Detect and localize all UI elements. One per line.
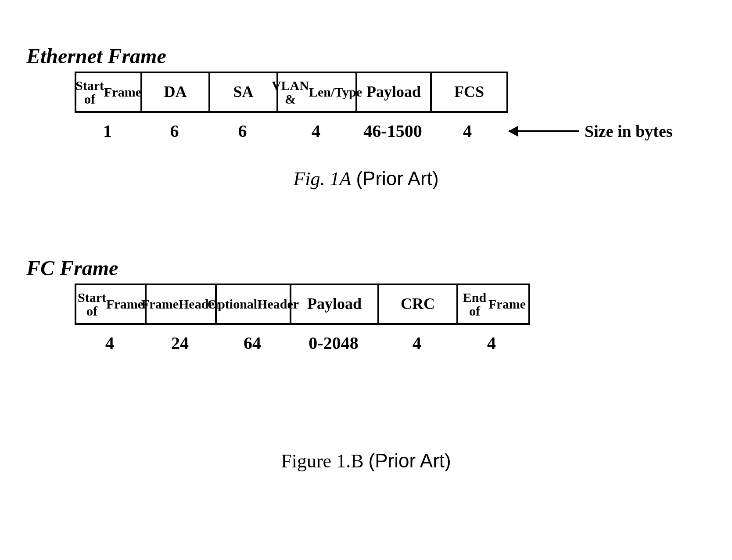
ethernet-size-note: Size in bytes — [585, 122, 673, 141]
ethernet-size-0: 1 — [75, 121, 140, 141]
fc-sizes-row: 424640-204844 — [75, 333, 706, 353]
ethernet-field-4: Payload — [357, 73, 432, 111]
fc-field-1: FrameHeader — [147, 285, 217, 323]
ethernet-size-2: 6 — [208, 121, 276, 141]
fc-title: FC Frame — [26, 256, 706, 280]
fc-size-3: 0-2048 — [290, 333, 377, 353]
fc-frame-row: Start ofFrameFrameHeaderOptionalHeaderPa… — [75, 284, 706, 325]
ethernet-size-note-group: Size in bytes — [509, 122, 673, 141]
ethernet-field-3: VLAN &Len/Type — [278, 73, 357, 111]
page: Ethernet Frame Start ofFrameDASAVLAN &Le… — [0, 0, 732, 560]
fc-caption: Figure 1.B (Prior Art) — [26, 450, 706, 472]
fc-size-0: 4 — [75, 333, 145, 353]
ethernet-sizes-row: 166446-15004Size in bytes — [75, 121, 706, 141]
ethernet-field-0: Start ofFrame — [76, 73, 142, 111]
fc-size-5: 4 — [456, 333, 527, 353]
fc-caption-num: 1.B — [336, 450, 363, 472]
fc-frame-table: Start ofFrameFrameHeaderOptionalHeaderPa… — [75, 284, 530, 325]
fc-caption-prefix: Figure — [281, 450, 331, 472]
ethernet-title: Ethernet Frame — [26, 44, 706, 68]
ethernet-frame-row: Start ofFrameDASAVLAN &Len/TypePayloadFC… — [75, 72, 706, 113]
ethernet-frame-table: Start ofFrameDASAVLAN &Len/TypePayloadFC… — [75, 72, 508, 113]
ethernet-field-5: FCS — [432, 73, 506, 111]
fc-block: FC Frame Start ofFrameFrameHeaderOptiona… — [26, 256, 706, 472]
fc-field-2: OptionalHeader — [217, 285, 291, 323]
ethernet-caption-suffix: (Prior Art) — [356, 168, 438, 189]
ethernet-field-2: SA — [210, 73, 278, 111]
fc-size-2: 64 — [215, 333, 290, 353]
ethernet-field-1: DA — [142, 73, 210, 111]
fc-field-4: CRC — [379, 285, 458, 323]
fc-size-1: 24 — [145, 333, 215, 353]
ethernet-size-1: 6 — [140, 121, 208, 141]
fc-size-4: 4 — [377, 333, 456, 353]
ethernet-caption-num: 1A — [330, 168, 351, 190]
arrow-left-icon — [509, 130, 579, 132]
ethernet-caption-prefix: Fig. — [293, 168, 325, 190]
ethernet-caption: Fig. 1A (Prior Art) — [26, 168, 706, 190]
fc-field-5: End ofFrame — [458, 285, 528, 323]
ethernet-size-5: 4 — [430, 121, 505, 141]
ethernet-size-4: 46-1500 — [355, 121, 430, 141]
fc-field-0: Start ofFrame — [76, 285, 147, 323]
ethernet-size-3: 4 — [276, 121, 355, 141]
ethernet-block: Ethernet Frame Start ofFrameDASAVLAN &Le… — [26, 44, 706, 190]
fc-caption-suffix: (Prior Art) — [369, 450, 451, 471]
fc-field-3: Payload — [291, 285, 379, 323]
